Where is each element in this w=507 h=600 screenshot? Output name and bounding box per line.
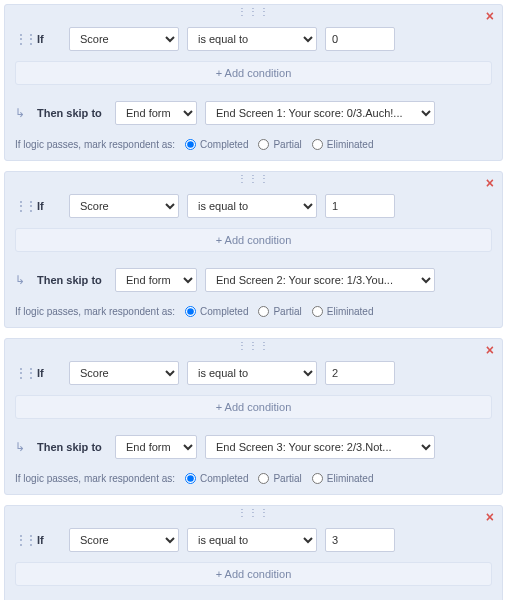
end-screen-select[interactable]: End Screen 2: Your score: 1/3.You... xyxy=(205,268,435,292)
mark-respondent-row: If logic passes, mark respondent as: Com… xyxy=(15,473,492,484)
operator-select[interactable]: is equal to xyxy=(187,528,317,552)
close-icon[interactable]: × xyxy=(486,178,494,188)
skip-target-select[interactable]: End form xyxy=(115,101,197,125)
add-condition-button[interactable]: + Add condition xyxy=(15,562,492,586)
drag-handle-icon[interactable]: ⋮⋮⋮ xyxy=(237,510,270,516)
value-input[interactable] xyxy=(325,528,395,552)
if-label: If xyxy=(33,33,61,45)
operator-select[interactable]: is equal to xyxy=(187,194,317,218)
arrow-right-icon: ↳ xyxy=(15,106,25,120)
partial-radio[interactable]: Partial xyxy=(258,473,301,484)
if-label: If xyxy=(33,200,61,212)
then-row: ↳ Then skip to End form End Screen 2: Yo… xyxy=(15,268,492,292)
then-skip-label: Then skip to xyxy=(33,441,107,453)
condition-row: ⋮⋮ If Score is equal to xyxy=(15,27,492,51)
mark-respondent-label: If logic passes, mark respondent as: xyxy=(15,306,175,317)
add-condition-button[interactable]: + Add condition xyxy=(15,228,492,252)
drag-handle-icon[interactable]: ⋮⋮⋮ xyxy=(237,343,270,349)
partial-radio[interactable]: Partial xyxy=(258,306,301,317)
value-input[interactable] xyxy=(325,361,395,385)
field-select[interactable]: Score xyxy=(69,361,179,385)
drag-handle-icon[interactable]: ⋮⋮⋮ xyxy=(237,176,270,182)
logic-rule-block: ⋮⋮⋮ × ⋮⋮ If Score is equal to + Add cond… xyxy=(4,505,503,600)
eliminated-radio[interactable]: Eliminated xyxy=(312,473,374,484)
partial-radio[interactable]: Partial xyxy=(258,139,301,150)
mark-respondent-label: If logic passes, mark respondent as: xyxy=(15,139,175,150)
then-skip-label: Then skip to xyxy=(33,107,107,119)
close-icon[interactable]: × xyxy=(486,11,494,21)
completed-radio[interactable]: Completed xyxy=(185,473,248,484)
field-select[interactable]: Score xyxy=(69,194,179,218)
drag-handle-icon[interactable]: ⋮⋮ xyxy=(15,370,25,376)
drag-handle-icon[interactable]: ⋮⋮ xyxy=(15,203,25,209)
field-select[interactable]: Score xyxy=(69,27,179,51)
then-row: ↳ Then skip to End form End Screen 1: Yo… xyxy=(15,101,492,125)
logic-rule-block: ⋮⋮⋮ × ⋮⋮ If Score is equal to + Add cond… xyxy=(4,338,503,495)
end-screen-select[interactable]: End Screen 1: Your score: 0/3.Auch!... xyxy=(205,101,435,125)
skip-target-select[interactable]: End form xyxy=(115,268,197,292)
mark-respondent-row: If logic passes, mark respondent as: Com… xyxy=(15,139,492,150)
drag-handle-icon[interactable]: ⋮⋮ xyxy=(15,537,25,543)
operator-select[interactable]: is equal to xyxy=(187,361,317,385)
condition-row: ⋮⋮ If Score is equal to xyxy=(15,361,492,385)
end-screen-select[interactable]: End Screen 3: Your score: 2/3.Not... xyxy=(205,435,435,459)
value-input[interactable] xyxy=(325,27,395,51)
skip-target-select[interactable]: End form xyxy=(115,435,197,459)
eliminated-radio[interactable]: Eliminated xyxy=(312,139,374,150)
field-select[interactable]: Score xyxy=(69,528,179,552)
drag-handle-icon[interactable]: ⋮⋮ xyxy=(15,36,25,42)
condition-row: ⋮⋮ If Score is equal to xyxy=(15,528,492,552)
if-label: If xyxy=(33,367,61,379)
value-input[interactable] xyxy=(325,194,395,218)
add-condition-button[interactable]: + Add condition xyxy=(15,395,492,419)
arrow-right-icon: ↳ xyxy=(15,440,25,454)
logic-rule-block: ⋮⋮⋮ × ⋮⋮ If Score is equal to + Add cond… xyxy=(4,4,503,161)
close-icon[interactable]: × xyxy=(486,512,494,522)
mark-respondent-row: If logic passes, mark respondent as: Com… xyxy=(15,306,492,317)
condition-row: ⋮⋮ If Score is equal to xyxy=(15,194,492,218)
then-row: ↳ Then skip to End form End Screen 3: Yo… xyxy=(15,435,492,459)
mark-respondent-label: If logic passes, mark respondent as: xyxy=(15,473,175,484)
if-label: If xyxy=(33,534,61,546)
drag-handle-icon[interactable]: ⋮⋮⋮ xyxy=(237,9,270,15)
close-icon[interactable]: × xyxy=(486,345,494,355)
then-skip-label: Then skip to xyxy=(33,274,107,286)
add-condition-button[interactable]: + Add condition xyxy=(15,61,492,85)
completed-radio[interactable]: Completed xyxy=(185,306,248,317)
operator-select[interactable]: is equal to xyxy=(187,27,317,51)
logic-rule-block: ⋮⋮⋮ × ⋮⋮ If Score is equal to + Add cond… xyxy=(4,171,503,328)
eliminated-radio[interactable]: Eliminated xyxy=(312,306,374,317)
completed-radio[interactable]: Completed xyxy=(185,139,248,150)
arrow-right-icon: ↳ xyxy=(15,273,25,287)
